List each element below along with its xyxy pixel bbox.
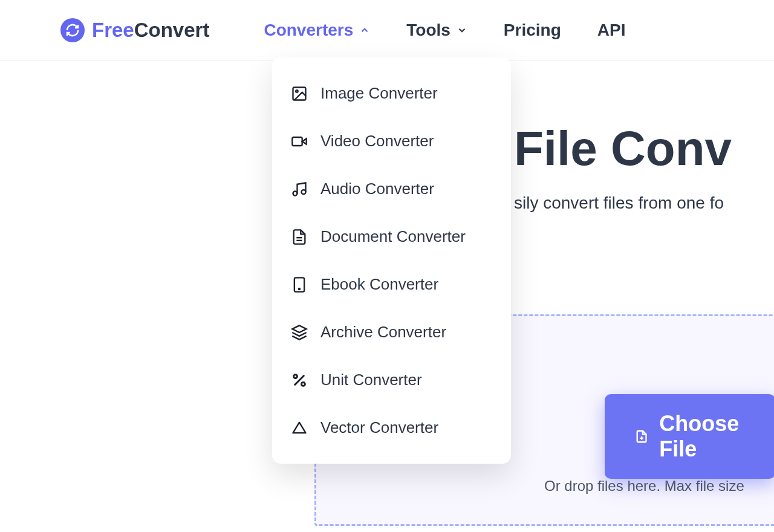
nav-api[interactable]: API — [597, 21, 626, 40]
dropdown-label: Document Converter — [320, 227, 466, 246]
dropdown-unit-converter[interactable]: Unit Converter — [272, 356, 511, 404]
video-icon — [290, 132, 308, 151]
logo-free: Free — [92, 19, 134, 41]
dropdown-label: Video Converter — [320, 132, 434, 151]
logo-icon — [60, 18, 85, 42]
dropdown-audio-converter[interactable]: Audio Converter — [272, 165, 511, 213]
audio-icon — [290, 180, 308, 198]
nav-tools-label: Tools — [406, 21, 450, 40]
converters-dropdown: Image Converter Video Converter Audio Co… — [272, 57, 511, 464]
document-icon — [290, 228, 308, 246]
svg-marker-10 — [292, 325, 306, 332]
chevron-up-icon — [359, 25, 370, 36]
dropdown-label: Audio Converter — [320, 180, 434, 198]
archive-icon — [290, 323, 308, 342]
dropdown-video-converter[interactable]: Video Converter — [272, 117, 511, 165]
svg-point-12 — [294, 374, 298, 378]
nav-pricing[interactable]: Pricing — [504, 21, 561, 40]
dropdown-label: Image Converter — [320, 84, 438, 103]
logo[interactable]: FreeConvert — [60, 18, 209, 42]
dropdown-vector-converter[interactable]: Vector Converter — [272, 404, 511, 452]
dropdown-archive-converter[interactable]: Archive Converter — [272, 308, 511, 356]
chevron-down-icon — [457, 25, 467, 36]
hero-title: File Conv — [514, 121, 774, 177]
svg-point-4 — [293, 191, 298, 195]
file-plus-icon — [635, 427, 648, 446]
dropzone-hint: Or drop files here. Max file size — [544, 478, 744, 495]
svg-rect-2 — [292, 137, 302, 146]
dropdown-ebook-converter[interactable]: Ebook Converter — [272, 261, 511, 308]
logo-convert: Convert — [134, 19, 210, 41]
logo-text: FreeConvert — [92, 19, 209, 42]
hero-subtitle: sily convert files from one fo — [514, 193, 774, 213]
dropdown-image-converter[interactable]: Image Converter — [272, 70, 511, 117]
svg-point-5 — [302, 190, 306, 194]
nav: Converters Tools Pricing API — [264, 21, 625, 40]
svg-point-13 — [302, 382, 305, 386]
dropdown-label: Archive Converter — [320, 323, 446, 342]
choose-files-button[interactable]: Choose File — [605, 394, 774, 479]
choose-files-label: Choose File — [659, 411, 745, 462]
image-icon — [290, 85, 308, 103]
dropdown-label: Unit Converter — [320, 371, 422, 389]
nav-converters-label: Converters — [264, 21, 353, 40]
header: FreeConvert Converters Tools Pricing API — [0, 0, 774, 61]
svg-point-1 — [296, 90, 298, 92]
nav-tools[interactable]: Tools — [406, 21, 467, 40]
nav-api-label: API — [597, 21, 626, 40]
svg-line-11 — [294, 375, 304, 384]
vector-icon — [290, 419, 308, 437]
nav-pricing-label: Pricing — [504, 21, 561, 40]
dropdown-label: Ebook Converter — [320, 275, 438, 294]
dropdown-label: Vector Converter — [320, 418, 438, 437]
ebook-icon — [290, 276, 308, 294]
dropdown-document-converter[interactable]: Document Converter — [272, 213, 511, 261]
hero: File Conv sily convert files from one fo — [514, 121, 774, 213]
nav-converters[interactable]: Converters — [264, 21, 370, 40]
unit-icon — [290, 371, 308, 389]
svg-point-9 — [299, 288, 300, 289]
